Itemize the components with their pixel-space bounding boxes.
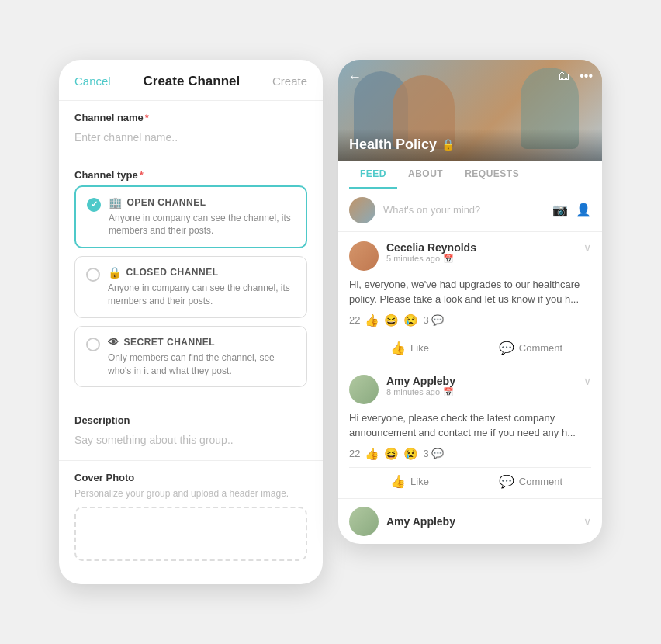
post-2-actions: 👍 Like 💬 Comment <box>349 467 591 489</box>
folder-icon[interactable]: 🗂 <box>558 69 570 83</box>
secret-channel-desc: Only members can find the channel, see w… <box>108 351 296 378</box>
post-2-chevron[interactable]: ∨ <box>583 375 591 387</box>
left-header: Cancel Create Channel Create <box>59 60 323 101</box>
hero-actions: 🗂 ••• <box>558 69 593 83</box>
post-1-actions: 👍 Like 💬 Comment <box>349 334 591 355</box>
post-1-header: Cecelia Reynolds 5 minutes ago 📅 ∨ <box>349 241 591 271</box>
create-button[interactable]: Create <box>272 74 307 88</box>
description-input[interactable]: Say something about this group.. <box>74 431 307 452</box>
post-1-comment-count: 3 💬 <box>423 314 443 326</box>
open-channel-option[interactable]: 🏢 OPEN CHANNEL Anyone in company can see… <box>74 185 307 249</box>
closed-channel-desc: Anyone in company can see the channel, i… <box>108 282 296 308</box>
laugh-emoji-2: 😆 <box>384 447 399 461</box>
closed-channel-option[interactable]: 🔒 CLOSED CHANNEL Anyone in company can s… <box>74 256 307 318</box>
channel-name-label: Channel name* <box>74 112 307 123</box>
post-1-chevron[interactable]: ∨ <box>583 241 591 254</box>
cover-photo-hint: Personalize your group and upload a head… <box>74 488 307 499</box>
partial-post-avatar <box>349 507 379 536</box>
like-icon-1: 👍 <box>390 341 406 355</box>
post-2-header: Amy Appleby 8 minutes ago 📅 ∨ <box>349 375 591 404</box>
like-icon-2: 👍 <box>390 474 406 489</box>
mention-icon[interactable]: 👤 <box>576 203 591 217</box>
post-2-time: 8 minutes ago 📅 <box>386 387 576 397</box>
post-2-reaction-count: 22 <box>349 448 360 459</box>
hero-overlay: Health Policy 🔒 <box>338 129 602 161</box>
lock-icon: 🔒 <box>441 138 455 151</box>
post-2-meta: Amy Appleby 8 minutes ago 📅 <box>386 375 576 397</box>
closed-channel-title: 🔒 CLOSED CHANNEL <box>108 266 296 279</box>
post-1-like-button[interactable]: 👍 Like <box>349 341 470 355</box>
open-channel-radio[interactable] <box>87 198 101 212</box>
post-action-icons: 📷 👤 <box>552 203 591 217</box>
create-channel-phone: Cancel Create Channel Create Channel nam… <box>59 60 323 585</box>
thumbs-up-emoji-1: 👍 <box>365 313 379 327</box>
post-2-comment-button[interactable]: 💬 Comment <box>470 474 591 489</box>
post-1-comment-button[interactable]: 💬 Comment <box>470 341 591 355</box>
post-1-time: 5 minutes ago 📅 <box>386 254 576 264</box>
closed-channel-content: 🔒 CLOSED CHANNEL Anyone in company can s… <box>108 266 296 308</box>
comment-icon-1: 💬 <box>499 341 514 355</box>
thumbs-up-emoji-2: 👍 <box>365 447 379 461</box>
closed-channel-radio[interactable] <box>86 268 100 282</box>
open-channel-content: 🏢 OPEN CHANNEL Anyone in company can see… <box>109 196 295 238</box>
partial-post-info: Amy Appleby <box>386 515 576 528</box>
secret-channel-radio[interactable] <box>86 338 100 351</box>
comment-bubble-icon-1: 💬 <box>431 314 444 326</box>
tab-about[interactable]: ABOUT <box>397 161 454 189</box>
post-1-avatar <box>349 241 379 271</box>
cover-upload-box[interactable] <box>74 507 307 561</box>
cancel-button[interactable]: Cancel <box>74 74 111 88</box>
calendar-icon-2: 📅 <box>443 387 454 397</box>
comment-icon-2: 💬 <box>499 474 514 489</box>
channel-hero: ← 🗂 ••• Health Policy 🔒 <box>338 60 602 161</box>
channel-name-input[interactable]: Enter channel name.. <box>74 128 307 150</box>
cover-photo-label: Cover Photo <box>74 472 307 483</box>
secret-channel-option[interactable]: 👁 SECRET CHANNEL Only members can find t… <box>74 326 307 388</box>
description-label: Description <box>74 414 307 426</box>
calendar-icon-1: 📅 <box>443 254 454 264</box>
post-1-reactions: 22 👍 😆 😢 3 💬 <box>349 313 591 327</box>
open-channel-title: 🏢 OPEN CHANNEL <box>109 196 295 209</box>
partial-post-chevron[interactable]: ∨ <box>583 515 591 528</box>
partial-post-author: Amy Appleby <box>386 515 576 528</box>
back-button[interactable]: ← <box>348 69 362 85</box>
cry-emoji-1: 😢 <box>403 313 418 327</box>
post-1-author: Cecelia Reynolds <box>386 241 576 254</box>
channel-tabs: FEED ABOUT REQUESTS <box>338 161 602 189</box>
secret-channel-content: 👁 SECRET CHANNEL Only members can find t… <box>108 336 296 378</box>
channel-type-label: Channel type* <box>74 169 307 181</box>
partial-post: Amy Appleby ∨ <box>338 499 602 544</box>
current-user-avatar <box>349 197 375 223</box>
post-1-meta: Cecelia Reynolds 5 minutes ago 📅 <box>386 241 576 264</box>
post-2-avatar <box>349 375 379 404</box>
more-icon[interactable]: ••• <box>580 69 593 83</box>
channel-name-section: Channel name* Enter channel name.. <box>59 101 323 158</box>
closed-channel-icon: 🔒 <box>108 266 122 279</box>
secret-channel-icon: 👁 <box>108 336 119 348</box>
cry-emoji-2: 😢 <box>403 447 418 461</box>
secret-channel-title: 👁 SECRET CHANNEL <box>108 336 296 348</box>
laugh-emoji-1: 😆 <box>384 313 399 327</box>
page-title: Create Channel <box>143 74 240 89</box>
description-section: Description Say something about this gro… <box>59 403 323 460</box>
post-input[interactable]: What's on your mind? <box>383 204 545 216</box>
camera-icon[interactable]: 📷 <box>552 203 568 217</box>
cover-photo-section: Cover Photo Personalize your group and u… <box>59 460 323 569</box>
channel-type-section: Channel type* 🏢 OPEN CHANNEL Anyone in c… <box>59 158 323 403</box>
tab-requests[interactable]: REQUESTS <box>454 161 530 189</box>
channel-feed-phone: ← 🗂 ••• Health Policy 🔒 FEED ABOUT REQUE… <box>338 60 602 544</box>
channel-title: Health Policy 🔒 <box>349 137 591 153</box>
post-1-text: Hi, everyone, we've had upgrades to our … <box>349 277 591 307</box>
post-2: Amy Appleby 8 minutes ago 📅 ∨ Hi everyon… <box>338 365 602 499</box>
post-2-like-button[interactable]: 👍 Like <box>349 474 470 489</box>
post-input-bar: What's on your mind? 📷 👤 <box>338 189 602 232</box>
post-2-reactions: 22 👍 😆 😢 3 💬 <box>349 447 591 461</box>
post-2-comment-count: 3 💬 <box>423 448 443 459</box>
open-channel-desc: Anyone in company can see the channel, i… <box>109 212 295 238</box>
comment-bubble-icon-2: 💬 <box>431 448 444 459</box>
post-2-author: Amy Appleby <box>386 375 576 387</box>
tab-feed[interactable]: FEED <box>349 161 397 189</box>
post-2-text: Hi everyone, please check the latest com… <box>349 410 591 441</box>
app-container: Cancel Create Channel Create Channel nam… <box>43 44 618 601</box>
open-channel-icon: 🏢 <box>109 196 123 209</box>
